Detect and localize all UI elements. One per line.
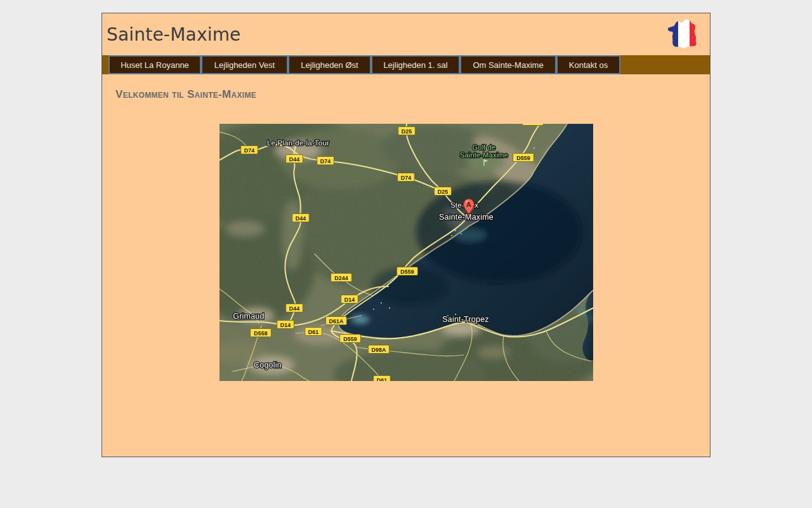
svg-text:D98A: D98A: [371, 347, 386, 353]
road-badge: D558: [250, 329, 271, 337]
site-title: Sainte-Maxime: [107, 24, 241, 45]
svg-text:D559: D559: [343, 336, 357, 342]
nav-item-kontakt-os[interactable]: Kontakt os: [556, 55, 620, 74]
road-badge: D244: [331, 274, 351, 282]
road-badge: D74: [240, 146, 258, 154]
svg-text:D74: D74: [400, 175, 411, 181]
town-label: Grimaud: [233, 312, 264, 321]
nav-item-lejligheden-oest[interactable]: Lejligheden Øst: [288, 55, 371, 74]
road-badge: D559: [522, 124, 543, 126]
road-badge: D14: [277, 321, 294, 329]
road-badge: D98A: [368, 345, 389, 354]
town-label: Sainte-Maxime: [460, 151, 508, 159]
road-badge: D74: [317, 157, 334, 165]
main-nav: Huset La Royanne Lejligheden Vest Lejlig…: [102, 55, 710, 74]
svg-text:D14: D14: [280, 322, 291, 328]
town-label: Cogolin: [254, 361, 282, 370]
svg-text:D559: D559: [526, 124, 540, 125]
marker-letter: A: [466, 201, 471, 208]
svg-text:D14: D14: [344, 297, 355, 303]
page-container: Sainte-Maxime Huset La Royanne Lejlighed…: [102, 13, 710, 457]
svg-text:D559: D559: [400, 269, 414, 275]
map-attribution: © 2011 Google: [429, 277, 488, 287]
svg-text:D74: D74: [320, 158, 331, 164]
svg-text:D61A: D61A: [329, 318, 344, 324]
svg-text:D558: D558: [254, 330, 268, 337]
svg-text:D244: D244: [334, 275, 348, 281]
road-badge: D44: [292, 214, 309, 222]
svg-text:D44: D44: [289, 156, 299, 163]
road-badge: D25: [398, 127, 415, 135]
road-badge: D44: [285, 155, 303, 163]
road-badge: D14: [341, 295, 358, 304]
road-badge: D61A: [325, 317, 346, 325]
nav-item-lejligheden-vest[interactable]: Lejligheden Vest: [201, 55, 288, 74]
road-badge: D44: [285, 304, 303, 312]
town-label: Le Plan-de-la-Tour: [266, 139, 329, 147]
road-badge: D559: [339, 335, 360, 343]
town-label: Golf de: [472, 144, 495, 151]
road-badge: D74: [397, 173, 414, 182]
town-label: Sainte-Maxime: [439, 213, 494, 222]
road-badge: D25: [434, 187, 451, 196]
svg-text:D44: D44: [289, 305, 299, 312]
nav-item-lejligheden-1-sal[interactable]: Lejligheden 1. sal: [371, 55, 460, 74]
road-badge: D61: [373, 376, 390, 382]
town-label: Saint-Tropez: [442, 315, 489, 324]
satellite-map: © 2011 Google D74D44D74D25D74D25D559D559…: [219, 124, 593, 381]
nav-item-om-sainte-maxime[interactable]: Om Sainte-Maxime: [460, 55, 556, 74]
svg-text:D61: D61: [308, 329, 318, 335]
france-map-flag-icon: [667, 18, 701, 50]
road-badge: D559: [513, 154, 534, 162]
road-badge: D61: [304, 328, 322, 336]
svg-text:D44: D44: [295, 215, 306, 222]
svg-text:D559: D559: [516, 155, 530, 161]
svg-text:D61: D61: [376, 377, 387, 382]
nav-item-huset-la-royanne[interactable]: Huset La Royanne: [108, 55, 201, 74]
main-content: Velkommen til Sainte-Maxime: [102, 74, 710, 457]
page-heading: Velkommen til Sainte-Maxime: [115, 88, 710, 101]
site-header: Sainte-Maxime: [102, 13, 710, 55]
svg-text:D25: D25: [437, 189, 448, 195]
road-badge: D559: [396, 267, 417, 276]
svg-text:D74: D74: [244, 147, 254, 154]
svg-text:D25: D25: [401, 128, 412, 135]
